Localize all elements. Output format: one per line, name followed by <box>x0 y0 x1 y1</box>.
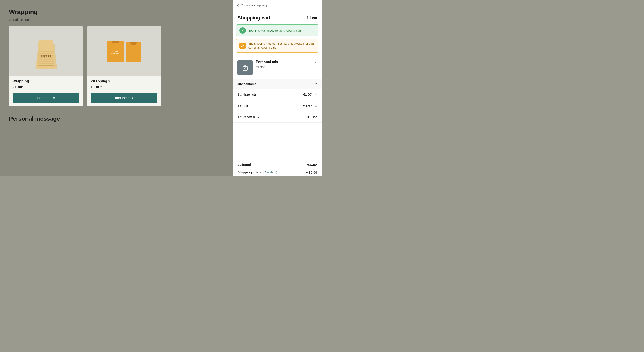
warning-notification-text: The shipping method "Standard" is blocke… <box>248 42 315 50</box>
cart-footer: Subtotal €1.35* Shipping costs (Standard… <box>232 157 322 176</box>
product-image-1: COFFEE premium blend <box>9 27 83 76</box>
product-info-2: Wrapping 2 €1.00* Into the mix <box>87 76 161 106</box>
remove-mix-item-1-button[interactable]: × <box>315 92 317 96</box>
product-card-1: COFFEE premium blend Wrapping 1 €1.00* I… <box>9 27 83 106</box>
products-grid: COFFEE premium blend Wrapping 1 €1.00* I… <box>9 27 161 106</box>
warning-notification: ⚠ The shipping method "Standard" is bloc… <box>236 39 318 53</box>
mix-item-1-price: €1.00* <box>303 93 312 96</box>
item-details: Personal mix €1.35* <box>256 60 310 69</box>
cart-item-count: 1 item <box>307 16 317 20</box>
product-price-1: €1.00* <box>12 85 79 90</box>
item-thumbnail <box>238 60 253 75</box>
coffee-wrap-illustration: COFFEE premium blend <box>34 33 58 69</box>
product-name-2: Wrapping 2 <box>91 79 158 83</box>
personal-message-heading: Personal message <box>9 115 224 122</box>
subtotal-row: Subtotal €1.35* <box>238 161 317 168</box>
shipping-row: Shipping costs (Standard) + €0.00 <box>238 168 317 176</box>
product-info-1: Wrapping 1 €1.00* Into the mix <box>9 76 83 106</box>
into-mix-button-1[interactable]: Into the mix <box>12 93 79 103</box>
products-found-count: 2 products found <box>9 18 224 22</box>
cart-item-personal-mix: Personal mix €1.35* × <box>232 56 322 79</box>
mix-item-1-name: 1 x Hazelnuts <box>238 93 256 96</box>
chevron-left-icon <box>237 4 240 7</box>
mix-item-1: 1 x Hazelnuts €1.00* × <box>232 89 322 100</box>
mix-contains-toggle[interactable]: Mix contains <box>232 79 322 89</box>
page-heading: Wrapping <box>9 9 224 16</box>
mix-bag-icon <box>241 64 249 72</box>
success-notification-text: Your mix was added to the shopping cart. <box>248 29 302 32</box>
warning-icon: ⚠ <box>240 43 246 49</box>
continue-shopping-link[interactable]: Continue shopping <box>232 0 322 11</box>
mix-item-3-price: -€0.15* <box>307 115 317 119</box>
product-card-2: PAPERGIFT BOX PAPERGIFT BOX Wrapping 2 €… <box>87 27 161 106</box>
shipping-method-link[interactable]: (Standard) <box>264 171 277 174</box>
shipping-label: Shipping costs <box>238 170 262 174</box>
remove-mix-item-2-button[interactable]: × <box>315 104 317 108</box>
mix-contains-label: Mix contains <box>238 82 256 86</box>
success-notification: ✓ Your mix was added to the shopping car… <box>236 24 318 37</box>
into-mix-button-2[interactable]: Into the mix <box>91 93 158 103</box>
svg-point-1 <box>244 68 246 69</box>
paper-boxes-illustration: PAPERGIFT BOX PAPERGIFT BOX <box>107 41 141 62</box>
cart-header: Shopping cart 1 item <box>232 11 322 24</box>
personal-message-section: Personal message <box>9 115 224 122</box>
mix-item-2-name: 1 x Salt <box>238 104 248 108</box>
left-panel: Wrapping 2 products found COFFEE premium… <box>0 0 232 176</box>
item-price: €1.35* <box>256 65 310 69</box>
remove-item-button[interactable]: × <box>314 60 317 65</box>
subtotal-value: €1.35* <box>308 163 317 166</box>
product-price-2: €1.00* <box>91 85 158 90</box>
mix-item-3-name: 1 x Rabatt 10% <box>238 115 259 119</box>
product-name-1: Wrapping 1 <box>12 79 79 83</box>
product-image-2: PAPERGIFT BOX PAPERGIFT BOX <box>87 27 161 76</box>
continue-shopping-label: Continue shopping <box>240 4 267 7</box>
mix-item-2: 1 x Salt €0.50* × <box>232 100 322 112</box>
success-icon: ✓ <box>240 27 246 34</box>
cart-title: Shopping cart <box>238 15 270 21</box>
mix-item-2-price: €0.50* <box>303 104 312 108</box>
subtotal-label: Subtotal <box>238 163 251 166</box>
chevron-up-icon <box>315 83 317 85</box>
svg-rect-0 <box>243 66 247 70</box>
shipping-value: + €0.00 <box>306 170 317 174</box>
mix-item-3: 1 x Rabatt 10% -€0.15* <box>232 112 322 123</box>
item-name: Personal mix <box>256 60 310 64</box>
shopping-cart-panel: Continue shopping Shopping cart 1 item ✓… <box>232 0 322 176</box>
mix-contains-section: Mix contains 1 x Hazelnuts €1.00* × 1 x … <box>232 79 322 123</box>
